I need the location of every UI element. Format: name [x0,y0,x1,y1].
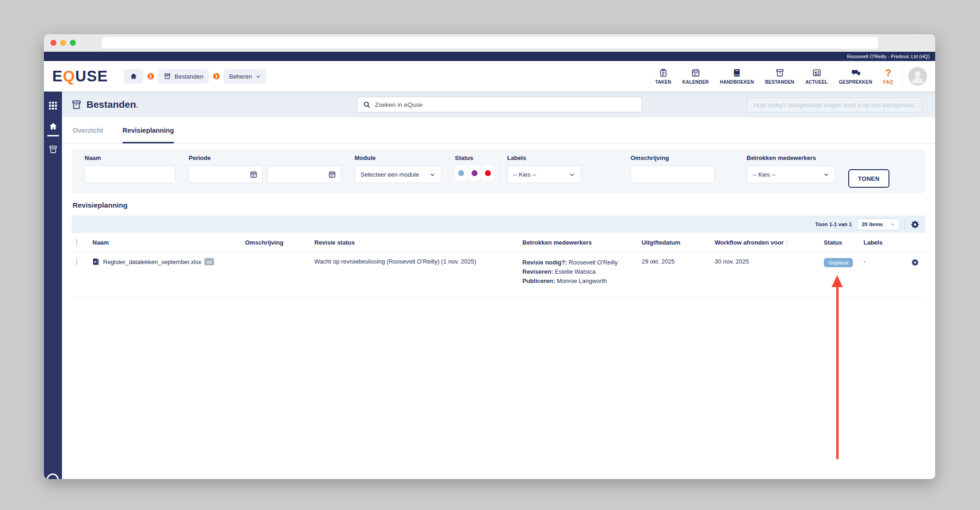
nav-item-gesprekken[interactable]: GESPREKKEN [833,68,878,85]
column-header-revisie-status[interactable]: Revisie status [314,233,522,252]
filter-label: Module [355,154,441,161]
red-dot-icon [485,170,491,176]
column-header-label: Workflow afronden voor [715,239,784,246]
logo-text: E [52,68,63,85]
arrow-shaft [836,286,839,459]
nav-item-taken[interactable]: TAKEN [649,68,677,85]
account-strip: Roosevelt O'Reilly - Predovic Ltd (HQ) [44,52,935,61]
person-name: Roosevelt O'Reilly [567,259,618,266]
naam-input[interactable] [85,166,175,183]
table-row: X Register_datalekken_september.xlsx v1 … [72,252,925,298]
nav-item-kalender[interactable]: KALENDER [677,68,714,85]
svg-text:X: X [94,260,97,264]
page-size-select[interactable]: 20 items [857,218,900,230]
breadcrumb-arrow-icon: ❯ [213,73,220,80]
table-settings-gear-icon[interactable] [910,220,920,229]
breadcrumb-label: Bestanden [175,73,203,80]
nav-item-bestanden[interactable]: BESTANDEN [760,68,800,85]
filter-label: Periode [189,154,341,161]
page-size-value: 20 items [862,221,883,227]
select-all-checkbox[interactable] [76,239,77,246]
filter-panel: Naam Periode [72,149,925,193]
tonen-button[interactable]: TONEN [848,169,889,188]
nav-item-actueel[interactable]: ACTUEEL [800,68,833,85]
status-filter-red[interactable] [482,166,494,180]
breadcrumb-beheren[interactable]: Beheren [224,69,266,84]
sidebar-item-apps[interactable] [44,102,62,110]
avatar[interactable] [908,67,927,86]
question-mark-icon: ? [885,68,891,78]
sidebar-item-home[interactable] [44,122,62,136]
chevron-down-icon [256,74,261,79]
purple-dot-icon [472,170,478,176]
calendar-icon [250,171,257,178]
cell-revisie-status: Wacht op revisiebeslissing (Roosevelt O'… [314,252,522,277]
nav-label: TAKEN [655,80,671,85]
maximize-window-button[interactable] [70,40,76,46]
logo-q: Q [63,68,75,85]
minimize-window-button[interactable] [60,40,66,46]
excel-file-icon: X [92,258,100,265]
breadcrumb-home[interactable] [124,69,143,84]
sidebar-item-bestanden[interactable] [44,145,62,154]
revisieplanning-table: Toon 1-1 van 1 20 items Naam [72,215,925,298]
column-header-status[interactable]: Status [824,233,864,252]
medewerkers-select[interactable]: -- Kies -- [747,166,835,183]
browser-chrome [44,34,935,52]
role-label: Publiceren: [522,277,555,284]
status-filter-purple[interactable] [468,166,480,180]
home-icon [48,122,58,131]
search-input[interactable] [375,101,636,108]
column-header-betrokken-medewerkers[interactable]: Betrokken medewerkers [522,233,642,252]
nav-item-handboeken[interactable]: HANDBOEKEN [714,68,760,85]
filter-label: Status [455,154,494,161]
tab-overzicht[interactable]: Overzicht [73,117,103,143]
filter-label: Labels [507,154,581,161]
cell-uitgiftedatum: 29 okt. 2025 [642,252,715,277]
row-actions-gear-icon[interactable] [911,258,919,267]
close-window-button[interactable] [50,40,56,46]
periode-end-input[interactable] [267,166,341,183]
column-header-naam[interactable]: Naam [92,233,245,252]
global-search [357,97,642,112]
column-header-labels[interactable]: Labels [864,233,911,252]
filter-labels: Labels -- Kies -- [500,154,588,188]
nav-label: HANDBOEKEN [720,80,754,85]
select-value: Selecteer een module [361,171,419,178]
column-header-workflow[interactable]: Workflow afronden voor ↑ [715,233,824,252]
home-icon [129,72,138,80]
archive-box-icon [775,68,784,78]
address-bar[interactable] [102,37,878,49]
calendar-icon [328,171,336,178]
help-tooltip-text: Hulp nodig? Veelgestelde vragen vindt u … [753,102,915,109]
column-header-omschrijving[interactable]: Omschrijving [245,233,314,252]
header-nav: TAKEN KALENDER HANDBOEKEN BESTANDEN [649,66,927,87]
periode-start-input[interactable] [189,166,263,183]
blue-dot-icon [458,170,464,176]
omschrijving-input[interactable] [631,166,715,183]
labels-select[interactable]: -- Kies -- [507,166,581,183]
filter-label: Omschrijving [631,154,715,161]
table-header-row: Naam Omschrijving Revisie status Betrokk… [72,233,925,252]
nav-item-faq[interactable]: ? FAQ [878,68,899,85]
filter-status: Status [448,154,500,188]
row-checkbox[interactable] [76,258,77,265]
equse-logo[interactable]: EQUSE [52,68,108,85]
breadcrumb-bestanden[interactable]: Bestanden [158,69,209,84]
search-icon [363,101,371,109]
select-value: -- Kies -- [753,171,776,178]
person-name: Monroe Langworth [555,277,607,284]
module-select[interactable]: Selecteer een module [355,166,441,183]
page-title-text: Bestanden [86,99,136,110]
help-button[interactable] [47,473,59,479]
nav-label: FAQ [883,80,893,85]
status-filter-blue[interactable] [455,166,467,180]
status-badge: Gepland [824,258,853,267]
nav-label: BESTANDEN [765,80,794,85]
section-heading: Revisieplanning [73,201,925,209]
header-divider [902,66,903,87]
file-name-link[interactable]: Register_datalekken_september.xlsx [103,258,201,265]
tab-revisieplanning[interactable]: Revisieplanning [122,117,174,143]
archive-box-icon [49,145,58,154]
column-header-uitgiftedatum[interactable]: Uitgiftedatum [642,233,715,252]
